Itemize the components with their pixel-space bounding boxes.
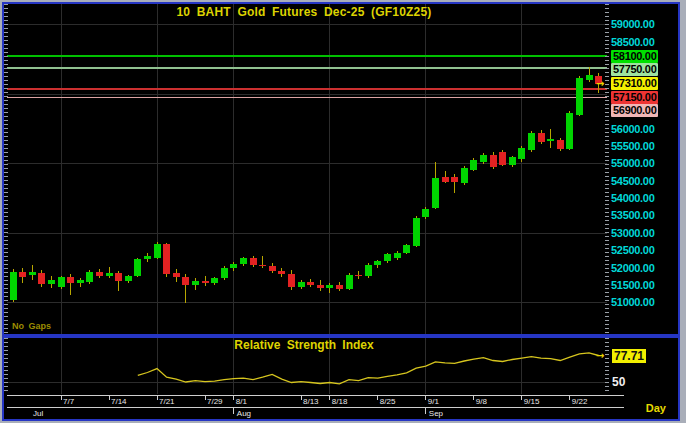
candle-body (384, 254, 391, 261)
candle-body (269, 266, 276, 271)
candle-body (336, 285, 343, 288)
rsi-last-value-badge: 77.71 (612, 349, 646, 363)
candle-body (48, 280, 55, 285)
candle-body (29, 272, 36, 275)
candle-body (86, 272, 93, 282)
price-axis-label: 53500.00 (611, 209, 654, 222)
candle-body (192, 281, 199, 285)
candle-body (403, 245, 410, 253)
date-tick-label: 7/21 (159, 397, 175, 406)
candle-body (307, 282, 314, 285)
candle-body (470, 160, 477, 170)
candle-body (518, 148, 525, 159)
candle-body (77, 280, 84, 283)
candle-body (163, 244, 170, 274)
candle-body (67, 277, 74, 283)
candle-body (221, 268, 228, 279)
last-price-badge[interactable]: 57310.00 (611, 77, 658, 90)
last-price-arrow-icon: → (596, 78, 604, 89)
candle-body (96, 272, 103, 276)
date-tick-label: 7/7 (63, 397, 75, 406)
candle-body (173, 273, 180, 277)
candle-body (250, 258, 257, 265)
candle-body (432, 178, 439, 208)
date-tick-label: 8/18 (332, 397, 348, 406)
price-axis-label: 55000.00 (611, 157, 654, 170)
candle-body (538, 133, 545, 143)
candle-body (230, 264, 237, 268)
rsi-line (138, 353, 599, 384)
left-tick-ruler (4, 4, 8, 334)
date-tick-label: 9/22 (572, 397, 588, 406)
date-tick-label: 8/25 (380, 397, 396, 406)
candle-body (499, 152, 506, 165)
date-tick-label: 7/14 (111, 397, 127, 406)
interval-label[interactable]: Day (646, 402, 666, 414)
candle-body (346, 275, 353, 289)
chart-title: 10 BAHT Gold Futures Dec-25 (GF10Z25) (4, 5, 604, 19)
rsi-right-tick-ruler (605, 338, 609, 394)
price-axis-label: 51500.00 (611, 279, 654, 292)
candle-body (547, 139, 554, 141)
candle-body (557, 140, 564, 149)
date-tick-label: 9/8 (476, 397, 488, 406)
candle-body (259, 265, 266, 267)
price-axis-label: 54000.00 (611, 192, 654, 205)
candle-body (288, 274, 295, 287)
price-axis-label: 56000.00 (611, 123, 654, 136)
candle-body (413, 218, 420, 247)
candle-body (509, 157, 516, 165)
candle-body (278, 271, 285, 274)
candle-body (125, 276, 132, 281)
month-label: Sep (429, 409, 444, 418)
price-axis-label: 55500.00 (611, 140, 654, 153)
date-tick-label: 9/1 (428, 397, 440, 406)
no-gaps-label: No Gaps (12, 321, 51, 331)
candle-body (240, 258, 247, 264)
candle-body (38, 273, 45, 285)
candle-body (490, 155, 497, 167)
candle-body (106, 273, 113, 276)
price-axis-label: 54500.00 (611, 175, 654, 188)
candle-body (211, 278, 218, 283)
candle-body (422, 209, 429, 217)
candle-body (394, 253, 401, 258)
price-axis: 59000.0058500.0056000.0055500.0055000.00… (610, 4, 676, 334)
candle-body (442, 177, 449, 182)
candle-body (19, 272, 26, 277)
right-tick-ruler (605, 4, 609, 334)
candle-body (480, 155, 487, 162)
candle-body (154, 244, 161, 258)
candle-body (202, 281, 209, 284)
candle-body (298, 282, 305, 287)
month-label: Jul (33, 409, 43, 418)
candle-body (451, 177, 458, 182)
rsi-title: Relative Strength Index (4, 338, 604, 352)
candle-body (461, 168, 468, 183)
price-axis-label: 52500.00 (611, 244, 654, 257)
price-axis-label: 53000.00 (611, 227, 654, 240)
candlestick-chart-surface[interactable]: → (7, 4, 607, 334)
candle-body (576, 78, 583, 115)
date-tick-label: 7/29 (207, 397, 223, 406)
candle-body (58, 277, 65, 287)
candle-body (355, 275, 362, 277)
candle-body (374, 261, 381, 265)
candle-body (326, 285, 333, 288)
date-tick-label: 8/1 (236, 397, 248, 406)
candle-body (586, 75, 593, 80)
candle-body (10, 272, 17, 300)
price-level-badge[interactable]: 56900.00 (611, 104, 658, 117)
candle-body (182, 277, 189, 285)
price-level-badge[interactable]: 57750.00 (611, 63, 658, 76)
price-level-badge[interactable]: 57150.00 (611, 91, 658, 104)
trading-chart-window: → 10 BAHT Gold Futures Dec-25 (GF10Z25) … (0, 0, 686, 423)
date-tick-label: 9/15 (524, 397, 540, 406)
candle-body (134, 259, 141, 276)
candle-body (566, 113, 573, 149)
price-axis-label: 58500.00 (611, 36, 654, 49)
price-axis-label: 52000.00 (611, 262, 654, 275)
price-chart-panel: → 10 BAHT Gold Futures Dec-25 (GF10Z25) … (2, 2, 680, 336)
price-level-badge[interactable]: 58100.00 (611, 50, 658, 63)
candle-body (528, 133, 535, 150)
